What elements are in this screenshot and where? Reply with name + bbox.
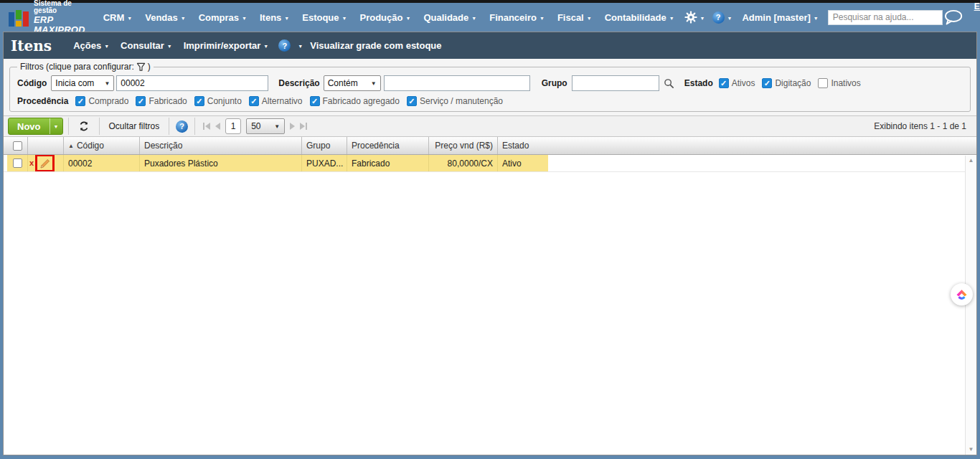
menu-itens[interactable]: Itens▼ xyxy=(253,3,296,32)
grupo-input[interactable] xyxy=(572,75,659,91)
brand-logo-block[interactable]: Sistema de gestão ERP MAXIPROD xyxy=(9,0,85,34)
header-estado[interactable]: Estado xyxy=(498,137,976,154)
help-menu[interactable]: ? ▼ xyxy=(709,11,736,24)
refresh-button[interactable] xyxy=(74,118,94,135)
menu-vendas[interactable]: Vendas▼ xyxy=(138,3,192,32)
menu-qualidade[interactable]: Qualidade▼ xyxy=(417,3,483,32)
checkbox-label: Fabricado xyxy=(149,96,187,106)
chevron-down-icon[interactable]: ▼ xyxy=(50,118,62,134)
checkbox-label: Inativos xyxy=(831,78,860,88)
next-page-button[interactable] xyxy=(290,123,295,130)
procedencia-checkbox-comprado[interactable]: Comprado xyxy=(75,96,128,106)
checkbox-icon[interactable] xyxy=(762,78,772,88)
chevron-down-icon: ▼ xyxy=(471,16,476,21)
procedencia-checkbox-fabricado[interactable]: Fabricado xyxy=(136,96,187,106)
grid-help-icon[interactable]: ? xyxy=(176,120,188,133)
table-row[interactable]: x 00002 Puxadores Plástico PUXAD... Fabr… xyxy=(4,155,976,172)
page-help-icon[interactable]: ? xyxy=(278,39,291,52)
header-preco[interactable]: Preço vnd (R$) xyxy=(429,137,498,154)
header-codigo[interactable]: ▲ Código xyxy=(64,137,140,154)
company-link[interactable]: Empresa B xyxy=(973,1,980,12)
scroll-up-icon[interactable]: ▲ xyxy=(969,158,974,164)
select-all-checkbox[interactable] xyxy=(13,141,22,151)
delete-row-icon[interactable]: x xyxy=(29,159,34,167)
procedencia-checkbox-conjunto[interactable]: Conjunto xyxy=(194,96,242,106)
checkbox-icon[interactable] xyxy=(136,96,146,106)
menu-fiscal[interactable]: Fiscal▼ xyxy=(551,3,598,32)
gear-icon xyxy=(684,11,697,24)
checkbox-icon[interactable] xyxy=(310,96,320,106)
codigo-operator-select[interactable]: Inicia com ▼ xyxy=(51,75,114,91)
user-menu[interactable]: MXP Samuel ▼ xyxy=(973,12,980,34)
checkbox-icon[interactable] xyxy=(75,96,85,106)
checkbox-label: Alternativo xyxy=(262,96,303,106)
checkbox-icon[interactable] xyxy=(719,78,729,88)
menu-estoque[interactable]: Estoque▼ xyxy=(296,3,353,32)
menu-label: Vendas xyxy=(145,12,178,23)
menu-compras[interactable]: Compras▼ xyxy=(192,3,253,32)
estado-checkbox-digitacao[interactable]: Digitação xyxy=(762,78,811,88)
topbar-right-cluster: Empresa B MXP Samuel ▼ xyxy=(943,1,980,34)
refresh-icon xyxy=(78,120,90,132)
menu-imprimir-exportar[interactable]: Imprimir/exportar▼ xyxy=(178,40,275,51)
menu-financeiro[interactable]: Financeiro▼ xyxy=(483,3,551,32)
vertical-scrollbar[interactable]: ▲ ▼ xyxy=(965,156,976,455)
chevron-down-icon: ▼ xyxy=(104,81,110,87)
header-label: Descrição xyxy=(144,141,182,151)
cell-preco: 80,0000/CX xyxy=(429,155,498,171)
menu-acoes[interactable]: Ações▼ xyxy=(67,40,115,51)
menu-producao[interactable]: Produção▼ xyxy=(353,3,417,32)
cell-codigo: 00002 xyxy=(64,155,140,171)
codigo-input[interactable] xyxy=(116,75,268,91)
filters-legend[interactable]: Filtros (clique para configurar: ) xyxy=(17,62,154,72)
row-checkbox[interactable] xyxy=(13,158,22,168)
descricao-operator-select[interactable]: Contém ▼ xyxy=(324,75,381,91)
help-search-input[interactable] xyxy=(828,10,943,25)
novo-button[interactable]: Novo ▼ xyxy=(8,118,63,135)
menu-contabilidade[interactable]: Contabilidade▼ xyxy=(598,3,681,32)
logo-bar-yellow xyxy=(16,21,22,27)
help-search xyxy=(828,10,943,25)
descricao-input[interactable] xyxy=(384,75,530,91)
top-navigation-bar: Sistema de gestão ERP MAXIPROD CRM▼ Vend… xyxy=(0,3,980,32)
previous-page-button[interactable] xyxy=(215,123,220,130)
settings-menu[interactable]: ▼ xyxy=(681,11,709,24)
checkbox-icon[interactable] xyxy=(407,96,417,106)
first-page-button[interactable] xyxy=(203,123,210,130)
menu-label: Imprimir/exportar xyxy=(184,40,261,51)
checkbox-icon[interactable] xyxy=(249,96,259,106)
header-procedencia[interactable]: Procedência xyxy=(347,137,429,154)
content-frame: Itens Ações▼ Consultar▼ Imprimir/exporta… xyxy=(3,32,977,455)
procedencia-checkbox-alternativo[interactable]: Alternativo xyxy=(249,96,303,106)
account-block: Empresa B MXP Samuel ▼ xyxy=(973,1,980,34)
estado-checkbox-inativos[interactable]: Inativos xyxy=(818,78,860,88)
edit-pencil-icon[interactable] xyxy=(39,158,51,169)
admin-menu[interactable]: Admin [master]▼ xyxy=(735,3,824,32)
last-page-button[interactable] xyxy=(300,123,307,130)
procedencia-checkbox-fabricado-agregado[interactable]: Fabricado agregado xyxy=(310,96,400,106)
menu-crm[interactable]: CRM▼ xyxy=(97,3,139,32)
chevron-down-icon: ▼ xyxy=(669,16,674,21)
header-grupo[interactable]: Grupo xyxy=(302,137,347,154)
checkbox-icon[interactable] xyxy=(194,96,204,106)
visualizar-grade-link[interactable]: Visualizar grade com estoque xyxy=(310,40,441,51)
grupo-search-icon[interactable] xyxy=(664,78,674,89)
help-icon: ? xyxy=(712,11,725,24)
filter-row-2: Procedência Comprado Fabricado Conjunto xyxy=(17,96,963,106)
page-size-select[interactable]: 50 ▼ xyxy=(246,118,285,134)
procedencia-checkbox-servico-manutencao[interactable]: Serviço / manutenção xyxy=(407,96,503,106)
pager: 1 50 ▼ xyxy=(203,118,307,134)
header-descricao[interactable]: Descrição xyxy=(140,137,302,154)
menu-consultar[interactable]: Consultar▼ xyxy=(115,40,178,51)
chevron-down-icon[interactable]: ▼ xyxy=(298,44,303,49)
checkbox-icon[interactable] xyxy=(818,78,828,88)
chat-bubble-icon[interactable] xyxy=(943,7,963,27)
first-page-bar xyxy=(203,123,204,130)
ocultar-filtros-button[interactable]: Ocultar filtros xyxy=(105,118,164,135)
clickup-widget-button[interactable] xyxy=(951,283,973,306)
scroll-down-icon[interactable]: ▼ xyxy=(969,447,974,453)
current-page-indicator[interactable]: 1 xyxy=(225,118,241,134)
chevron-down-icon: ▼ xyxy=(242,16,247,21)
checkbox-label: Serviço / manutenção xyxy=(420,96,503,106)
estado-checkbox-ativos[interactable]: Ativos xyxy=(719,78,755,88)
